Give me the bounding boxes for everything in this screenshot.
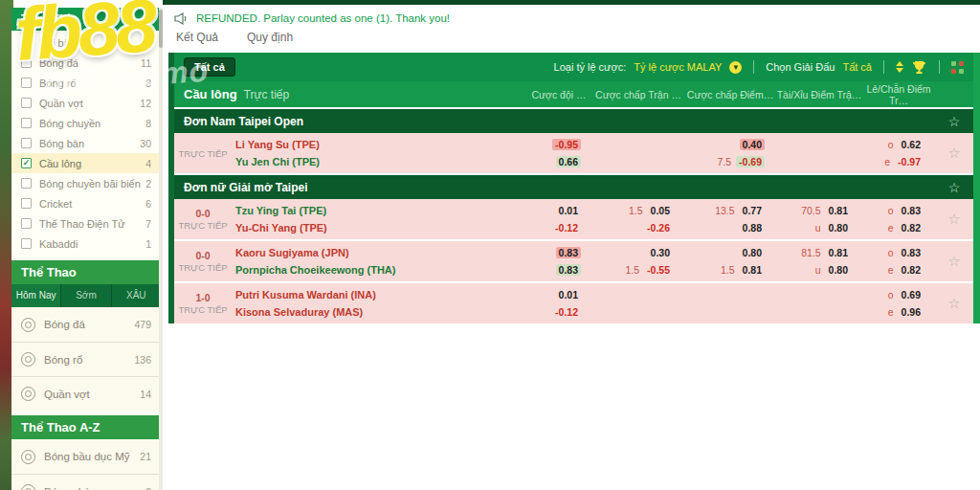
checkbox-icon[interactable] — [21, 178, 32, 189]
sidebar-filter-cricket[interactable]: Cricket6 — [11, 193, 161, 213]
favorite-star-icon[interactable]: ☆ — [935, 202, 973, 236]
odds-value[interactable]: -0.69 — [736, 156, 765, 167]
player-name[interactable]: Yu Jen Chi (TPE) — [232, 156, 525, 167]
sidebar-tab-xâu[interactable]: XÂU — [112, 284, 161, 307]
column-over-under[interactable]: Tài/Xỉu Điểm Trậ… — [776, 89, 862, 100]
column-moneyline[interactable]: Cược đội … — [525, 89, 592, 100]
sidebar-filter-bóng-chuyền-bãi-biển[interactable]: Bóng chuyền bãi biển2 — [11, 173, 161, 193]
checkbox-icon[interactable] — [21, 37, 32, 48]
favorite-star-icon[interactable]: ☆ — [935, 136, 973, 170]
odds-value[interactable]: 0.80 — [826, 264, 851, 276]
sidebar-sports-header: Thể Thao — [11, 260, 161, 284]
odds-value[interactable]: 0.66 — [556, 156, 581, 167]
odds-value[interactable]: -0.26 — [644, 222, 673, 234]
match-info: TRỰC TIẾP — [174, 136, 232, 170]
sidebar-tab-hôm-nay[interactable]: Hôm Nay — [11, 284, 61, 307]
sidebar-filter-bóng-rổ[interactable]: Bóng rổ8 — [11, 73, 161, 93]
column-match-handicap[interactable]: Cược chấp Trận … — [592, 89, 684, 100]
side-tag: e — [888, 264, 894, 276]
odds-value[interactable]: -0.12 — [552, 306, 581, 318]
sidebar-filter-bóng-bàn[interactable]: Bóng bàn30 — [11, 133, 161, 153]
odds-value[interactable]: -0.97 — [895, 156, 924, 167]
checkbox-icon[interactable] — [21, 238, 32, 249]
league-select-label: Chọn Giải Đấu — [766, 61, 835, 73]
sidebar-tab-sớm[interactable]: Sớm — [61, 284, 111, 307]
sidebar-item-bóng-chày[interactable]: Bóng chày2 — [11, 474, 161, 490]
odds-value[interactable]: 0.40 — [740, 139, 765, 150]
player-name[interactable]: Pornpicha Choeikeewong (THA) — [232, 264, 525, 276]
odds-value[interactable]: 0.82 — [899, 264, 924, 276]
favorite-star-icon[interactable]: ☆ — [935, 286, 973, 321]
section-header: Đơn Nam Taipei Open☆ — [174, 109, 973, 133]
odds-value[interactable]: -0.55 — [644, 264, 673, 276]
filter-toolbar: Tất cả Loại tỷ lệ cược: Tỷ lệ cược MALAY… — [174, 53, 973, 81]
view-toggle-icon[interactable] — [951, 61, 964, 74]
player-name[interactable]: Tzu Ying Tai (TPE) — [232, 205, 525, 216]
odds-value[interactable]: 0.01 — [556, 289, 581, 301]
menu-count: 136 — [134, 354, 151, 366]
trophy-icon[interactable] — [911, 60, 927, 75]
all-filter-button[interactable]: Tất cả — [184, 57, 235, 77]
checkbox-icon[interactable] — [21, 198, 32, 209]
sidebar-filter-kabaddi[interactable]: Kabaddi1 — [11, 234, 161, 254]
sidebar-item-bóng-đá[interactable]: Bóng đá479 — [11, 307, 161, 342]
odds-value[interactable]: 0.81 — [826, 247, 851, 258]
checkbox-icon[interactable] — [21, 98, 32, 108]
checkbox-icon[interactable] — [21, 57, 32, 68]
sidebar-item-bóng-bầu-dục-mỹ[interactable]: Bóng bầu dục Mỹ21 — [11, 439, 161, 474]
column-points-handicap[interactable]: Cược chấp Điểm… — [684, 89, 776, 100]
sidebar-filter-cầu-lông[interactable]: ✓Cầu lông4 — [11, 153, 161, 173]
nav-rules-link[interactable]: Quy định — [247, 31, 293, 52]
favorite-star-icon[interactable]: ☆ — [935, 114, 973, 129]
odds-type-value[interactable]: Tỷ lệ cược MALAY — [634, 61, 722, 73]
odds-value[interactable]: -0.95 — [552, 139, 581, 150]
player-name[interactable]: Kaoru Sugiyama (JPN) — [232, 247, 525, 258]
odds-value[interactable]: 0.05 — [648, 205, 673, 216]
league-select-value[interactable]: Tất cả — [842, 61, 872, 73]
checkbox-icon[interactable] — [21, 138, 32, 148]
sidebar-filter-thể-thao-điện-tử[interactable]: Thể Thao Điện Tử7 — [11, 213, 161, 234]
odds-value[interactable]: 0.80 — [826, 222, 851, 234]
checkbox-icon[interactable] — [21, 218, 32, 229]
section-title: Đơn Nam Taipei Open — [184, 115, 935, 128]
odds-value[interactable]: 0.01 — [556, 205, 581, 216]
odds-value[interactable]: 0.69 — [899, 289, 924, 301]
odds-value[interactable]: -0.12 — [552, 222, 581, 234]
checkbox-checked-icon[interactable]: ✓ — [21, 158, 32, 168]
app-root: Trực Tiếp Nổi bật8Bóng đá11Bóng rổ8Quần … — [0, 0, 980, 490]
sidebar-filter-quần-vợt[interactable]: Quần vợt12 — [11, 93, 161, 113]
player-name[interactable]: Li Yang Su (TPE) — [232, 139, 525, 150]
sidebar-filter-bóng-chuyền[interactable]: Bóng chuyền8 — [11, 113, 161, 133]
odds-value[interactable]: 0.81 — [740, 264, 765, 276]
odds-value[interactable]: 0.83 — [556, 264, 581, 276]
filter-label: Thể Thao Điện Tử — [39, 218, 125, 230]
odds-value[interactable]: 0.82 — [899, 222, 924, 234]
odds-value[interactable]: 0.83 — [556, 247, 581, 258]
odds-value[interactable]: 0.30 — [648, 247, 673, 258]
nav-results-link[interactable]: Kết Quả — [176, 31, 218, 52]
odds-value[interactable]: 0.62 — [899, 139, 924, 150]
checkbox-icon[interactable] — [21, 118, 32, 128]
odds-value[interactable]: 0.83 — [899, 205, 924, 216]
odds-type-dropdown-icon[interactable]: ▾ — [729, 61, 742, 74]
player-name[interactable]: Yu-Chi Yang (TPE) — [232, 222, 525, 234]
odds-value[interactable]: 0.77 — [740, 205, 765, 216]
sidebar-filter-bóng-đá[interactable]: Bóng đá11 — [11, 53, 161, 73]
sidebar-item-quần-vợt[interactable]: Quần vợt14 — [11, 376, 161, 411]
odds-value[interactable]: 0.81 — [826, 205, 851, 216]
player-name[interactable]: Putri Kusuma Wardani (INA) — [232, 289, 525, 301]
sidebar-filter-nổi-bật[interactable]: Nổi bật8 — [11, 33, 161, 53]
player-line: Li Yang Su (TPE)-0.950.40o0.62 — [232, 136, 935, 153]
sidebar-item-bóng-rổ[interactable]: Bóng rổ136 — [11, 342, 161, 376]
odds-value[interactable]: 0.96 — [899, 306, 924, 318]
sort-icon[interactable] — [896, 61, 903, 73]
checkbox-icon[interactable] — [21, 78, 32, 88]
favorite-star-icon[interactable]: ☆ — [935, 180, 973, 195]
player-name[interactable]: Kisona Selvaduray (MAS) — [232, 306, 525, 318]
odds-value[interactable]: 0.83 — [899, 247, 924, 258]
column-odd-even[interactable]: Lẻ/Chẵn Điểm Tr… — [862, 83, 935, 106]
odds-value[interactable]: 0.88 — [740, 222, 765, 234]
odds-value[interactable]: 0.80 — [740, 247, 765, 258]
player-line: Kisona Selvaduray (MAS)-0.12e0.96 — [232, 303, 935, 321]
favorite-star-icon[interactable]: ☆ — [935, 244, 973, 278]
